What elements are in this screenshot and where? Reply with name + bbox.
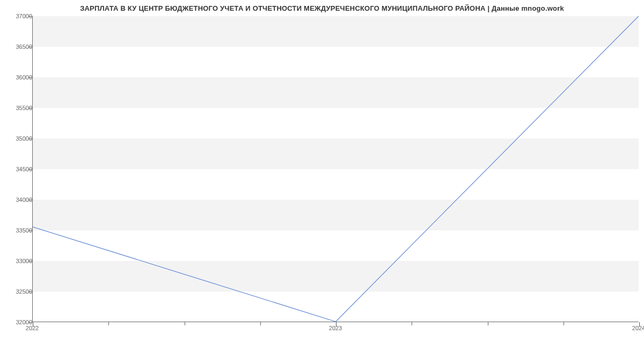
x-tick-minor [412, 322, 412, 325]
y-tick-label: 37000 [5, 13, 32, 19]
data-line [33, 16, 639, 322]
plot-area [32, 16, 639, 322]
x-tick-minor [185, 322, 185, 325]
y-tick-label: 36500 [5, 43, 32, 50]
y-tick-label: 35000 [5, 135, 32, 142]
x-tick-minor [488, 322, 488, 325]
x-tick-label: 2022 [26, 325, 39, 331]
y-tick-label: 34500 [5, 166, 32, 172]
x-tick-minor [564, 322, 564, 325]
y-tick-label: 35500 [5, 105, 32, 111]
y-tick-label: 33000 [5, 258, 32, 264]
y-tick-label: 33500 [5, 227, 32, 234]
chart-title: ЗАРПЛАТА В КУ ЦЕНТР БЮДЖЕТНОГО УЧЕТА И О… [0, 4, 644, 12]
x-tick-label: 2023 [329, 325, 342, 331]
x-tick-minor [260, 322, 261, 325]
line-series [33, 16, 639, 322]
y-tick-label: 36000 [5, 74, 32, 81]
x-tick-label: 2024 [632, 325, 644, 331]
x-tick-minor [108, 322, 109, 325]
y-tick-label: 34000 [5, 197, 32, 203]
y-tick-label: 32500 [5, 288, 32, 295]
chart-container: ЗАРПЛАТА В КУ ЦЕНТР БЮДЖЕТНОГО УЧЕТА И О… [0, 0, 644, 349]
